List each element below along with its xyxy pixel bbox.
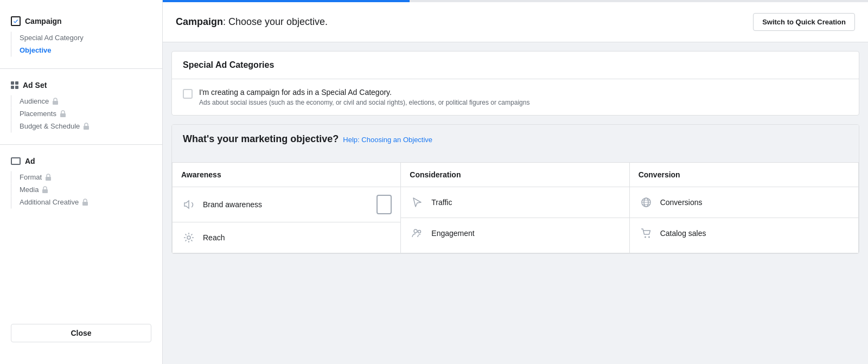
conversions-item[interactable]: Conversions <box>630 187 858 218</box>
catalog-sales-label: Catalog sales <box>660 229 706 238</box>
reach-icon <box>181 230 196 245</box>
special-ad-category-label: Special Ad Category <box>20 34 84 42</box>
page-title-prefix: Campaign <box>176 16 223 27</box>
catalog-sales-item[interactable]: Catalog sales <box>630 218 858 248</box>
special-ad-checkbox[interactable] <box>183 89 193 99</box>
sidebar-item-format[interactable]: Format <box>11 171 151 183</box>
sidebar-adset-label: Ad Set <box>23 81 47 90</box>
objective-label: Objective <box>20 46 52 54</box>
conversions-label: Conversions <box>660 198 703 207</box>
adset-grid-icon <box>11 81 18 89</box>
sidebar-campaign-group: Campaign <box>11 16 151 26</box>
conversion-column: Conversion Conversions <box>630 163 858 253</box>
objective-title-row: What's your marketing objective? Help: C… <box>183 133 848 147</box>
objective-section: What's your marketing objective? Help: C… <box>172 125 859 162</box>
sidebar-item-placements[interactable]: Placements <box>11 107 151 120</box>
special-ad-main-text: I'm creating a campaign for ads in a Spe… <box>199 88 529 97</box>
sidebar-item-objective[interactable]: Objective <box>11 44 151 56</box>
special-ad-card: Special Ad Categories I'm creating a cam… <box>171 51 859 116</box>
traffic-label: Traffic <box>431 198 452 207</box>
svg-rect-3 <box>46 177 51 181</box>
grid-cell-2 <box>15 81 18 85</box>
campaign-checkbox-icon <box>11 16 21 26</box>
content-area: Special Ad Categories I'm creating a cam… <box>163 42 868 271</box>
reach-label: Reach <box>203 233 225 242</box>
sidebar-ad-section: Ad Format Media Additional Creative <box>0 151 162 214</box>
megaphone-icon <box>181 197 196 212</box>
globe-icon <box>639 195 654 210</box>
divider-1 <box>0 68 162 69</box>
sidebar-adset-section: Ad Set Audience Placements Budget & Sche… <box>0 75 162 138</box>
sidebar-item-budget-schedule[interactable]: Budget & Schedule <box>11 120 151 132</box>
audience-lock-icon <box>52 98 59 105</box>
sidebar: Campaign Special Ad Category Objective A… <box>0 0 163 364</box>
awareness-column: Awareness Brand awareness <box>173 163 401 253</box>
people-icon <box>410 226 425 241</box>
special-ad-section-header: Special Ad Categories <box>172 52 859 79</box>
main-content: Campaign: Choose your objective. Switch … <box>163 0 868 364</box>
media-lock-icon <box>42 186 48 194</box>
special-ad-sub-text: Ads about social issues (such as the eco… <box>199 99 529 106</box>
placements-label: Placements <box>20 110 56 118</box>
quick-creation-button[interactable]: Switch to Quick Creation <box>753 13 855 31</box>
grid-cell-1 <box>11 81 14 85</box>
consideration-column: Consideration Traffic <box>401 163 629 253</box>
media-label: Media <box>20 186 39 194</box>
reach-item[interactable]: Reach <box>173 222 400 253</box>
budget-lock-icon <box>83 123 90 130</box>
divider-2 <box>0 144 162 145</box>
svg-point-11 <box>644 237 646 238</box>
sidebar-ad-group: Ad <box>11 157 151 165</box>
engagement-label: Engagement <box>431 229 474 238</box>
format-label: Format <box>20 173 42 181</box>
objective-card: What's your marketing objective? Help: C… <box>171 124 859 254</box>
additional-creative-lock-icon <box>82 199 88 206</box>
traffic-item[interactable]: Traffic <box>401 187 629 218</box>
monitor-icon <box>11 157 21 165</box>
svg-rect-4 <box>42 189 48 193</box>
svg-rect-5 <box>82 202 88 206</box>
close-button[interactable]: Close <box>11 324 151 342</box>
check-icon <box>13 18 18 24</box>
sidebar-item-media[interactable]: Media <box>11 183 151 196</box>
engagement-item[interactable]: Engagement <box>401 218 629 248</box>
page-title-suffix: : Choose your objective. <box>223 16 328 27</box>
sidebar-adset-group: Ad Set <box>11 81 151 90</box>
svg-rect-0 <box>53 101 58 105</box>
budget-schedule-label: Budget & Schedule <box>20 122 80 130</box>
audience-label: Audience <box>20 97 49 105</box>
svg-point-6 <box>187 236 190 239</box>
svg-point-8 <box>418 231 421 233</box>
svg-rect-2 <box>84 126 89 130</box>
sidebar-campaign-section: Campaign Special Ad Category Objective <box>0 11 162 62</box>
grid-cell-3 <box>11 86 14 89</box>
objective-title: What's your marketing objective? <box>183 133 339 145</box>
awareness-header: Awareness <box>173 163 400 187</box>
placements-lock-icon <box>60 110 66 118</box>
svg-point-12 <box>648 237 650 238</box>
cursor-icon <box>410 195 425 210</box>
sidebar-ad-label: Ad <box>25 157 35 165</box>
sidebar-item-special-ad-category[interactable]: Special Ad Category <box>11 31 151 44</box>
format-lock-icon <box>45 174 52 181</box>
brand-awareness-item[interactable]: Brand awareness <box>173 187 400 222</box>
conversion-header: Conversion <box>630 163 858 187</box>
sidebar-item-additional-creative[interactable]: Additional Creative <box>11 196 151 208</box>
additional-creative-label: Additional Creative <box>20 198 79 206</box>
brand-awareness-content: Brand awareness <box>181 197 262 212</box>
mobile-icon <box>376 195 392 214</box>
svg-rect-1 <box>60 113 66 117</box>
special-ad-text: I'm creating a campaign for ads in a Spe… <box>199 88 529 106</box>
objective-help-link[interactable]: Help: Choosing an Objective <box>343 136 432 144</box>
sidebar-item-audience[interactable]: Audience <box>11 95 151 107</box>
consideration-header: Consideration <box>401 163 629 187</box>
cart-icon <box>639 226 654 241</box>
special-ad-row: I'm creating a campaign for ads in a Spe… <box>172 79 859 115</box>
header-card: Campaign: Choose your objective. Switch … <box>163 2 868 42</box>
brand-awareness-label: Brand awareness <box>203 200 262 209</box>
sidebar-campaign-label: Campaign <box>25 17 62 25</box>
page-title: Campaign: Choose your objective. <box>176 16 328 28</box>
grid-cell-4 <box>15 86 18 89</box>
svg-point-7 <box>414 229 417 233</box>
objective-grid: Awareness Brand awareness <box>172 162 859 253</box>
